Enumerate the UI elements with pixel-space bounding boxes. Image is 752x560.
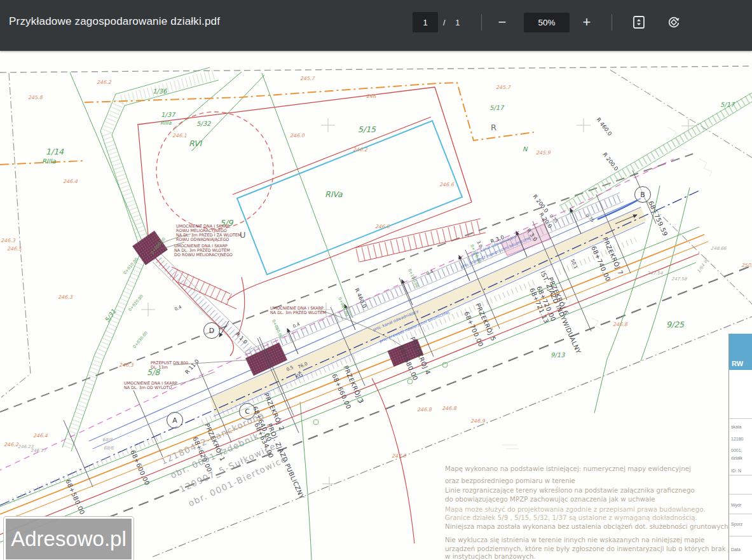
page-number-input[interactable]: 1 — [413, 12, 438, 32]
parcel-label: 5/17 — [720, 101, 735, 108]
elevation-label: 246.2 — [353, 147, 368, 153]
zoom-out-icon: − — [498, 14, 507, 31]
titleblock-header-text: RW — [732, 360, 743, 367]
parcel-label: 1/14 — [46, 147, 64, 156]
elevation-label: 246.3 — [119, 362, 134, 368]
map-note-line: do obowiązującego MPZP zachowując oznacz… — [445, 495, 655, 503]
elevation-label: 246.8 — [417, 407, 432, 413]
elevation-label: 68/6 — [104, 446, 114, 451]
titleblock-row: 0001, — [731, 448, 742, 453]
point-marker-D: D — [204, 323, 220, 339]
map-note-line: Linie rozgraniczające tereny wkreślono n… — [445, 486, 695, 494]
parcel-label: RIVa — [325, 189, 343, 199]
map-note-line: urządzeń podziemnych, które nie były zgł… — [445, 545, 740, 552]
elevation-label: 246.2 — [4, 442, 19, 447]
fit-page-button[interactable] — [628, 11, 650, 33]
parcel-label: 1/36 — [153, 88, 168, 95]
annotation-text: DL. 13m — [151, 365, 168, 370]
map-note-line: Mapę wykonano na podstawie istniejącej: … — [445, 465, 691, 472]
parcel-label: RVI — [189, 139, 203, 148]
parcel-label: 9/25 — [666, 320, 685, 329]
elevation-label: 246.6 — [439, 182, 455, 188]
rotate-button[interactable] — [663, 11, 685, 33]
document-title: Przykładowe zagospodarowanie działki.pdf — [9, 15, 220, 28]
titleblock-row: działk — [731, 456, 742, 460]
elevation-label: 246.5 — [7, 246, 22, 252]
titleblock-row: Data — [731, 547, 741, 552]
elevation-label: 246 — [366, 93, 376, 99]
point-marker-C: C — [240, 404, 256, 420]
map-note-line: Granice działek 5/9 , 5/15, 5/32, 1/37 s… — [445, 514, 697, 521]
point-marker-letter: A — [172, 416, 177, 425]
titleblock-row: 12180 — [731, 437, 743, 441]
elevation-label: 245.7 — [496, 85, 511, 90]
annotation-text: ROWU ODWADNIAJĄCEGO — [176, 237, 229, 242]
elevation-label: 246.1 — [172, 133, 187, 139]
parcel-label: 9/13 — [550, 352, 565, 359]
annotation-text: NA DL. 3m OD WYLOTU — [124, 385, 172, 390]
elevation-label: 245.9 — [536, 150, 551, 156]
elevation-label: 245.7 — [300, 76, 315, 81]
elevation-label: 247.54 — [647, 271, 663, 276]
elevation-label: 246.8 — [613, 322, 628, 327]
elevation-label: 246.9 — [470, 418, 486, 424]
elevation-label: 246.8 — [442, 406, 457, 411]
elevation-label: 246.2 — [97, 79, 112, 85]
titleblock-row: ID: N — [731, 468, 741, 473]
elevation-label: 68/8 — [102, 437, 113, 442]
watermark-text: Adresowo.pl — [11, 527, 126, 551]
map-note-line: oraz bezpośredniego pomiaru w terenie — [445, 477, 575, 484]
site-plan-drawing: 1/361/37RIIIa5/32RVI1/14RIIIa5/15RIVa5/1… — [0, 0, 752, 560]
map-note-line: Nie wyklucza się istnienia w terenie inn… — [445, 536, 704, 543]
land-use-letter: R — [491, 123, 496, 132]
zoom-level-field: 50% — [524, 13, 570, 32]
point-marker-A: A — [167, 413, 183, 428]
page-total: / 1 — [443, 18, 463, 27]
parcel-label: RIIIa — [160, 120, 172, 126]
pdf-viewer-canvas[interactable]: 1/361/37RIIIa5/32RVI1/14RIIIa5/15RIVa5/1… — [0, 0, 752, 560]
parcel-label: 5/17 — [489, 104, 505, 111]
elevation-label: 246.3 — [58, 294, 73, 300]
parcel-label: RIIIa — [42, 158, 57, 165]
parcel-label: 5/15 — [358, 125, 376, 134]
map-titleblock: RW skala121800001,działkID: NWydrSporzDa… — [728, 334, 752, 560]
annotation-text: NA DL. 3m PRZED WLOTEM — [270, 310, 326, 315]
parcel-label: 1/37 — [161, 111, 176, 118]
elevation-label: 246.4 — [33, 433, 48, 439]
point-marker-letter: C — [245, 407, 250, 416]
pdf-page — [0, 51, 752, 560]
elevation-label: 246.3 — [1, 238, 16, 243]
point-marker-letter: D — [209, 327, 214, 335]
titleblock-row: skala — [731, 425, 741, 429]
page-current: 1 — [423, 18, 427, 27]
elevation-label: 250.5 — [741, 263, 752, 268]
map-note-line: Niniejsza mapa została wykonana bez usta… — [445, 522, 730, 530]
elevation-label: 246.0 — [290, 133, 305, 139]
rotate-ccw-icon — [667, 15, 681, 30]
zoom-in-icon: + — [583, 14, 591, 31]
titleblock-header: RW — [729, 334, 752, 370]
elevation-label: 248.66 — [711, 246, 727, 251]
elevation-label: 247.58 — [671, 277, 687, 282]
elevation-label: 246.4 — [63, 179, 78, 184]
map-note-line: w instytucjach branżowych. — [445, 552, 536, 560]
annotation-text: DO ROWU MELIORACYJNEGO — [174, 252, 233, 257]
fit-page-icon — [632, 15, 646, 30]
elevation-label: 246.17 — [31, 448, 47, 453]
map-note-line: Mapa może służyć do projektowania zgodni… — [445, 505, 706, 513]
zoom-out-button[interactable]: − — [491, 11, 513, 33]
parcel-label: 5/32 — [196, 120, 211, 127]
toolbar-divider — [612, 14, 612, 31]
point-marker-B: B — [635, 187, 651, 203]
zoom-level-value: 50% — [538, 18, 555, 27]
titleblock-row: Sporz — [731, 522, 742, 526]
elevation-label: 247.0 — [392, 453, 407, 459]
adresowo-watermark: Adresowo.pl — [4, 517, 133, 560]
point-marker-letter: B — [640, 191, 645, 199]
pdf-toolbar: Przykładowe zagospodarowanie działki.pdf… — [0, 0, 752, 51]
elevation-label: 245.8 — [28, 95, 43, 100]
zoom-in-button[interactable]: + — [576, 11, 598, 33]
titleblock-row: Wydr — [731, 503, 741, 507]
toolbar-divider — [481, 14, 482, 31]
elevation-label: 246.6 — [375, 224, 390, 229]
